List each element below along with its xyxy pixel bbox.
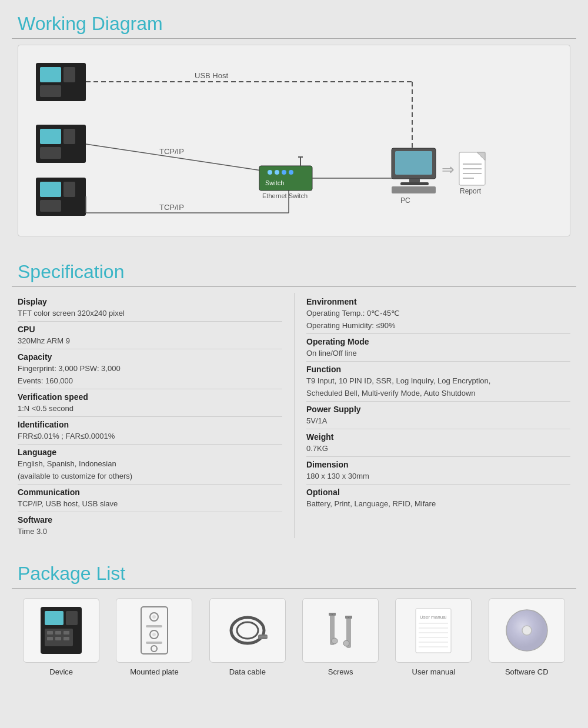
package-cable-label: Data cable (229, 667, 266, 676)
device-1-kp (40, 85, 61, 97)
package-item-cd: Software CD (489, 598, 565, 676)
switch-label-top: Switch (265, 179, 284, 186)
spec-opmode-value: On line/Off line (306, 348, 570, 360)
usb-host-label: USB Host (195, 71, 228, 80)
svg-point-15 (152, 633, 156, 636)
spec-optional-value: Battery, Print, Language, RFID, Mifare (306, 498, 570, 510)
spec-function-value-1: T9 Input, 10 PIN ID, SSR, Log Inquiry, L… (306, 375, 570, 388)
screws-svg (317, 607, 364, 654)
device-2-kp (40, 147, 61, 159)
package-item-screws: Screws (302, 598, 379, 676)
switch-light-2 (275, 170, 279, 175)
svg-rect-5 (55, 631, 61, 635)
pc-base (400, 182, 429, 185)
device-1-fp (64, 67, 75, 82)
spec-dimension-label: Dimension (306, 456, 570, 470)
svg-point-19 (237, 622, 258, 639)
spec-optional-label: Optional (306, 484, 570, 498)
spec-dimension-value: 180 x 130 x 30mm (306, 470, 570, 483)
package-plate-img (116, 598, 192, 663)
spec-capacity-value-2: Events: 160,000 (18, 375, 282, 388)
spec-display-value: TFT color screen 320x240 pixel (18, 308, 282, 320)
pc-stand-v (409, 179, 420, 182)
working-diagram-section: Working Diagram USB Host (0, 0, 588, 236)
pc-label: PC (400, 196, 410, 205)
report-label: Report (460, 187, 482, 195)
package-device-img (23, 598, 99, 663)
spec-function-value-2: Scheduled Bell, Multi-verify Mode, Auto … (306, 388, 570, 400)
specification-section: Specification Display TFT color screen 3… (0, 248, 588, 538)
specification-table: Display TFT color screen 320x240 pixel C… (18, 293, 570, 538)
spec-vspeed-value: 1:N <0.5 second (18, 403, 282, 415)
switch-light-3 (282, 170, 286, 175)
tcpip-line-1 (86, 144, 289, 175)
spec-language-value-2: (available to customize for others) (18, 470, 282, 483)
spec-identification-label: Identification (18, 416, 282, 430)
switch-light-4 (289, 170, 293, 175)
device-3-fp (64, 182, 75, 197)
svg-rect-13 (146, 625, 162, 627)
spec-function-label: Function (306, 361, 570, 375)
plate-svg (135, 604, 173, 657)
package-cd-img (489, 598, 565, 663)
spec-capacity-value-1: Fingerprint: 3,000 PSW: 3,000 (18, 363, 282, 375)
spec-communication-value: TCP/IP, USB host, USB slave (18, 498, 282, 510)
package-items-container: Device Mounted plate (18, 598, 570, 676)
spec-env-temp: Operating Temp.: 0℃-45℃ (306, 308, 570, 320)
specification-divider (12, 286, 576, 287)
device-2-fp (64, 129, 75, 144)
spec-capacity-label: Capacity (18, 349, 282, 363)
spec-display-label: Display (18, 294, 282, 308)
spec-weight-value: 0.7KG (306, 443, 570, 455)
spec-language-label: Language (18, 444, 282, 458)
svg-rect-6 (64, 631, 69, 635)
device-svg (38, 604, 85, 657)
svg-rect-4 (47, 631, 53, 635)
package-manual-label: User manual (412, 667, 456, 676)
diagram-box: USB Host TCP/IP TCP/IP Switch Ethernet S… (18, 45, 570, 236)
pc-keyboard (392, 186, 436, 193)
spec-language-value-1: English, Spanish, Indonesian (18, 458, 282, 470)
package-screws-img (302, 598, 379, 663)
spec-cpu-label: CPU (18, 321, 282, 335)
spec-powersupply-label: Power Supply (306, 401, 570, 415)
package-item-device: Device (23, 598, 99, 676)
package-device-label: Device (49, 667, 73, 676)
working-diagram-title: Working Diagram (0, 6, 588, 38)
tcpip-label-1: TCP/IP (159, 147, 184, 156)
svg-rect-8 (55, 637, 61, 640)
cd-svg (503, 607, 550, 654)
spec-environment-label: Environment (306, 294, 570, 308)
spec-powersupply-value: 5V/1A (306, 415, 570, 428)
switch-light-1 (268, 170, 272, 175)
svg-text:User manual: User manual (420, 615, 447, 620)
device-3-kp (40, 200, 61, 212)
diagram-svg: USB Host TCP/IP TCP/IP Switch Ethernet S… (30, 57, 583, 222)
svg-rect-7 (47, 637, 53, 640)
specification-title: Specification (0, 254, 588, 286)
package-item-manual: User manual User manual (395, 598, 472, 676)
svg-rect-1 (45, 611, 64, 625)
package-list-section: Package List Device (0, 550, 588, 676)
package-list-divider (12, 588, 576, 589)
spec-software-label: Software (18, 512, 282, 526)
cable-svg (224, 610, 271, 651)
spec-identification-value: FRR≤0.01% ; FAR≤0.0001% (18, 430, 282, 443)
svg-point-39 (522, 626, 532, 635)
spec-env-humidity: Operating Humidity: ≤90% (306, 320, 570, 332)
spec-software-value: Time 3.0 (18, 526, 282, 538)
package-item-plate: Mounted plate (116, 598, 192, 676)
package-plate-label: Mounted plate (130, 667, 178, 676)
device-3-screen (40, 182, 61, 197)
device-2-screen (40, 129, 61, 144)
svg-point-29 (343, 640, 349, 646)
svg-point-12 (152, 615, 156, 619)
spec-communication-label: Communication (18, 484, 282, 498)
svg-rect-2 (66, 611, 78, 625)
package-cd-label: Software CD (505, 667, 549, 676)
spec-right-col: Environment Operating Temp.: 0℃-45℃ Oper… (294, 293, 570, 538)
package-list-title: Package List (0, 556, 588, 588)
device-1-screen (40, 67, 61, 82)
svg-rect-16 (146, 642, 162, 644)
spec-weight-label: Weight (306, 429, 570, 443)
